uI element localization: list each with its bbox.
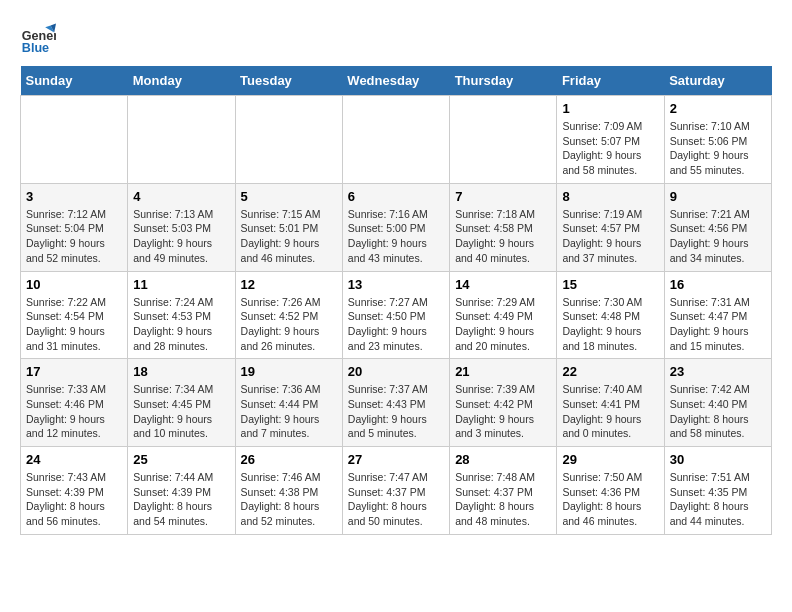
day-number: 1 bbox=[562, 101, 658, 116]
calendar-day-26: 26Sunrise: 7:46 AM Sunset: 4:38 PM Dayli… bbox=[235, 447, 342, 535]
day-info: Sunrise: 7:34 AM Sunset: 4:45 PM Dayligh… bbox=[133, 382, 229, 441]
calendar-table: SundayMondayTuesdayWednesdayThursdayFrid… bbox=[20, 66, 772, 535]
logo-icon: General Blue bbox=[20, 20, 56, 56]
calendar-day-10: 10Sunrise: 7:22 AM Sunset: 4:54 PM Dayli… bbox=[21, 271, 128, 359]
day-number: 12 bbox=[241, 277, 337, 292]
day-info: Sunrise: 7:18 AM Sunset: 4:58 PM Dayligh… bbox=[455, 207, 551, 266]
day-number: 30 bbox=[670, 452, 766, 467]
calendar-day-1: 1Sunrise: 7:09 AM Sunset: 5:07 PM Daylig… bbox=[557, 96, 664, 184]
day-number: 21 bbox=[455, 364, 551, 379]
day-info: Sunrise: 7:12 AM Sunset: 5:04 PM Dayligh… bbox=[26, 207, 122, 266]
calendar-day-2: 2Sunrise: 7:10 AM Sunset: 5:06 PM Daylig… bbox=[664, 96, 771, 184]
calendar-day-3: 3Sunrise: 7:12 AM Sunset: 5:04 PM Daylig… bbox=[21, 183, 128, 271]
day-number: 24 bbox=[26, 452, 122, 467]
calendar-day-29: 29Sunrise: 7:50 AM Sunset: 4:36 PM Dayli… bbox=[557, 447, 664, 535]
day-number: 18 bbox=[133, 364, 229, 379]
weekday-header-monday: Monday bbox=[128, 66, 235, 96]
day-info: Sunrise: 7:50 AM Sunset: 4:36 PM Dayligh… bbox=[562, 470, 658, 529]
calendar-day-16: 16Sunrise: 7:31 AM Sunset: 4:47 PM Dayli… bbox=[664, 271, 771, 359]
day-info: Sunrise: 7:24 AM Sunset: 4:53 PM Dayligh… bbox=[133, 295, 229, 354]
calendar-day-5: 5Sunrise: 7:15 AM Sunset: 5:01 PM Daylig… bbox=[235, 183, 342, 271]
day-number: 26 bbox=[241, 452, 337, 467]
logo: General Blue bbox=[20, 20, 62, 56]
svg-text:Blue: Blue bbox=[22, 41, 49, 55]
calendar-week-row-3: 10Sunrise: 7:22 AM Sunset: 4:54 PM Dayli… bbox=[21, 271, 772, 359]
day-info: Sunrise: 7:27 AM Sunset: 4:50 PM Dayligh… bbox=[348, 295, 444, 354]
day-info: Sunrise: 7:31 AM Sunset: 4:47 PM Dayligh… bbox=[670, 295, 766, 354]
day-number: 16 bbox=[670, 277, 766, 292]
day-info: Sunrise: 7:30 AM Sunset: 4:48 PM Dayligh… bbox=[562, 295, 658, 354]
day-number: 15 bbox=[562, 277, 658, 292]
day-number: 28 bbox=[455, 452, 551, 467]
calendar-week-row-2: 3Sunrise: 7:12 AM Sunset: 5:04 PM Daylig… bbox=[21, 183, 772, 271]
day-number: 11 bbox=[133, 277, 229, 292]
day-info: Sunrise: 7:10 AM Sunset: 5:06 PM Dayligh… bbox=[670, 119, 766, 178]
day-number: 3 bbox=[26, 189, 122, 204]
day-number: 29 bbox=[562, 452, 658, 467]
day-info: Sunrise: 7:13 AM Sunset: 5:03 PM Dayligh… bbox=[133, 207, 229, 266]
calendar-week-row-1: 1Sunrise: 7:09 AM Sunset: 5:07 PM Daylig… bbox=[21, 96, 772, 184]
calendar-day-13: 13Sunrise: 7:27 AM Sunset: 4:50 PM Dayli… bbox=[342, 271, 449, 359]
weekday-header-thursday: Thursday bbox=[450, 66, 557, 96]
weekday-header-sunday: Sunday bbox=[21, 66, 128, 96]
calendar-day-12: 12Sunrise: 7:26 AM Sunset: 4:52 PM Dayli… bbox=[235, 271, 342, 359]
calendar-day-27: 27Sunrise: 7:47 AM Sunset: 4:37 PM Dayli… bbox=[342, 447, 449, 535]
day-number: 7 bbox=[455, 189, 551, 204]
page-container: General Blue SundayMondayTuesdayWednesda… bbox=[20, 20, 772, 535]
weekday-header-friday: Friday bbox=[557, 66, 664, 96]
day-info: Sunrise: 7:47 AM Sunset: 4:37 PM Dayligh… bbox=[348, 470, 444, 529]
day-info: Sunrise: 7:44 AM Sunset: 4:39 PM Dayligh… bbox=[133, 470, 229, 529]
day-number: 6 bbox=[348, 189, 444, 204]
day-info: Sunrise: 7:39 AM Sunset: 4:42 PM Dayligh… bbox=[455, 382, 551, 441]
day-number: 27 bbox=[348, 452, 444, 467]
weekday-header-row: SundayMondayTuesdayWednesdayThursdayFrid… bbox=[21, 66, 772, 96]
day-info: Sunrise: 7:40 AM Sunset: 4:41 PM Dayligh… bbox=[562, 382, 658, 441]
calendar-day-6: 6Sunrise: 7:16 AM Sunset: 5:00 PM Daylig… bbox=[342, 183, 449, 271]
calendar-day-15: 15Sunrise: 7:30 AM Sunset: 4:48 PM Dayli… bbox=[557, 271, 664, 359]
day-info: Sunrise: 7:19 AM Sunset: 4:57 PM Dayligh… bbox=[562, 207, 658, 266]
calendar-day-21: 21Sunrise: 7:39 AM Sunset: 4:42 PM Dayli… bbox=[450, 359, 557, 447]
day-number: 13 bbox=[348, 277, 444, 292]
calendar-day-4: 4Sunrise: 7:13 AM Sunset: 5:03 PM Daylig… bbox=[128, 183, 235, 271]
day-info: Sunrise: 7:15 AM Sunset: 5:01 PM Dayligh… bbox=[241, 207, 337, 266]
calendar-empty-cell bbox=[450, 96, 557, 184]
calendar-day-22: 22Sunrise: 7:40 AM Sunset: 4:41 PM Dayli… bbox=[557, 359, 664, 447]
day-number: 19 bbox=[241, 364, 337, 379]
day-number: 14 bbox=[455, 277, 551, 292]
day-info: Sunrise: 7:36 AM Sunset: 4:44 PM Dayligh… bbox=[241, 382, 337, 441]
calendar-day-7: 7Sunrise: 7:18 AM Sunset: 4:58 PM Daylig… bbox=[450, 183, 557, 271]
day-info: Sunrise: 7:09 AM Sunset: 5:07 PM Dayligh… bbox=[562, 119, 658, 178]
calendar-day-24: 24Sunrise: 7:43 AM Sunset: 4:39 PM Dayli… bbox=[21, 447, 128, 535]
calendar-day-14: 14Sunrise: 7:29 AM Sunset: 4:49 PM Dayli… bbox=[450, 271, 557, 359]
calendar-day-9: 9Sunrise: 7:21 AM Sunset: 4:56 PM Daylig… bbox=[664, 183, 771, 271]
weekday-header-saturday: Saturday bbox=[664, 66, 771, 96]
calendar-empty-cell bbox=[235, 96, 342, 184]
day-info: Sunrise: 7:16 AM Sunset: 5:00 PM Dayligh… bbox=[348, 207, 444, 266]
day-info: Sunrise: 7:22 AM Sunset: 4:54 PM Dayligh… bbox=[26, 295, 122, 354]
weekday-header-tuesday: Tuesday bbox=[235, 66, 342, 96]
day-number: 10 bbox=[26, 277, 122, 292]
calendar-day-19: 19Sunrise: 7:36 AM Sunset: 4:44 PM Dayli… bbox=[235, 359, 342, 447]
calendar-day-23: 23Sunrise: 7:42 AM Sunset: 4:40 PM Dayli… bbox=[664, 359, 771, 447]
day-number: 17 bbox=[26, 364, 122, 379]
day-info: Sunrise: 7:33 AM Sunset: 4:46 PM Dayligh… bbox=[26, 382, 122, 441]
day-info: Sunrise: 7:43 AM Sunset: 4:39 PM Dayligh… bbox=[26, 470, 122, 529]
day-number: 5 bbox=[241, 189, 337, 204]
day-info: Sunrise: 7:48 AM Sunset: 4:37 PM Dayligh… bbox=[455, 470, 551, 529]
day-info: Sunrise: 7:42 AM Sunset: 4:40 PM Dayligh… bbox=[670, 382, 766, 441]
day-info: Sunrise: 7:29 AM Sunset: 4:49 PM Dayligh… bbox=[455, 295, 551, 354]
day-number: 23 bbox=[670, 364, 766, 379]
calendar-day-8: 8Sunrise: 7:19 AM Sunset: 4:57 PM Daylig… bbox=[557, 183, 664, 271]
day-info: Sunrise: 7:51 AM Sunset: 4:35 PM Dayligh… bbox=[670, 470, 766, 529]
day-number: 4 bbox=[133, 189, 229, 204]
calendar-day-17: 17Sunrise: 7:33 AM Sunset: 4:46 PM Dayli… bbox=[21, 359, 128, 447]
calendar-empty-cell bbox=[342, 96, 449, 184]
calendar-empty-cell bbox=[128, 96, 235, 184]
calendar-day-25: 25Sunrise: 7:44 AM Sunset: 4:39 PM Dayli… bbox=[128, 447, 235, 535]
calendar-week-row-5: 24Sunrise: 7:43 AM Sunset: 4:39 PM Dayli… bbox=[21, 447, 772, 535]
calendar-day-28: 28Sunrise: 7:48 AM Sunset: 4:37 PM Dayli… bbox=[450, 447, 557, 535]
calendar-week-row-4: 17Sunrise: 7:33 AM Sunset: 4:46 PM Dayli… bbox=[21, 359, 772, 447]
calendar-day-18: 18Sunrise: 7:34 AM Sunset: 4:45 PM Dayli… bbox=[128, 359, 235, 447]
day-number: 9 bbox=[670, 189, 766, 204]
weekday-header-wednesday: Wednesday bbox=[342, 66, 449, 96]
